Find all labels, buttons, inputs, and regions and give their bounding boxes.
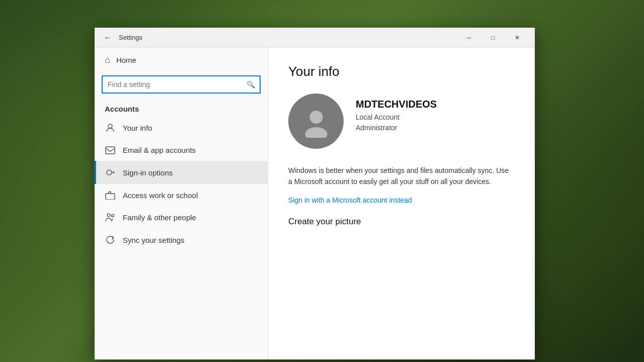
account-type-line1: Local Account: [356, 112, 437, 123]
search-input[interactable]: [103, 80, 242, 88]
nav-item-family-people[interactable]: Family & other people: [95, 206, 268, 228]
search-container: 🔍: [95, 72, 268, 101]
minimize-button[interactable]: ─: [457, 30, 480, 46]
username: MDTECHVIDEOS: [356, 99, 437, 110]
account-type-line2: Administrator: [356, 123, 437, 133]
nav-item-access-work[interactable]: Access work or school: [95, 184, 268, 206]
close-icon: ✕: [515, 34, 520, 41]
maximize-button[interactable]: □: [481, 30, 505, 46]
person-icon: [105, 123, 116, 133]
search-icon: 🔍: [242, 75, 260, 94]
svg-rect-1: [106, 147, 115, 154]
nav-label-your-info: Your info: [123, 124, 152, 132]
svg-point-4: [107, 214, 110, 217]
right-panel: Your info MDTECHVIDEOS Local Account Adm…: [268, 48, 535, 359]
svg-point-7: [305, 127, 327, 138]
avatar-image: [300, 105, 333, 138]
back-button[interactable]: ←: [101, 31, 115, 45]
create-picture-heading: Create your picture: [288, 217, 515, 227]
nav-item-email-accounts[interactable]: Email & app accounts: [95, 139, 268, 161]
sync-icon: [105, 235, 116, 245]
email-icon: [105, 146, 116, 154]
nav-label-sign-in-options: Sign-in options: [123, 168, 173, 177]
sidebar: ⌂ Home 🔍 Accounts Yo: [95, 48, 268, 359]
close-button[interactable]: ✕: [506, 30, 529, 46]
home-icon: ⌂: [105, 55, 110, 65]
sidebar-home-item[interactable]: ⌂ Home: [95, 48, 268, 72]
sync-description: Windows is better when your settings and…: [288, 165, 510, 188]
svg-point-0: [108, 124, 112, 128]
accounts-section-heading: Accounts: [95, 101, 268, 116]
avatar-section: MDTECHVIDEOS Local Account Administrator: [288, 94, 515, 149]
svg-point-5: [112, 215, 114, 217]
minimize-icon: ─: [467, 34, 471, 41]
key-icon: [105, 167, 116, 177]
window-content: ⌂ Home 🔍 Accounts Yo: [95, 48, 535, 359]
user-info: MDTECHVIDEOS Local Account Administrator: [356, 99, 437, 133]
maximize-icon: □: [491, 34, 495, 41]
nav-item-sync-settings[interactable]: Sync your settings: [95, 228, 268, 251]
back-icon: ←: [104, 33, 112, 42]
svg-point-6: [309, 111, 323, 124]
svg-point-2: [107, 170, 112, 175]
nav-item-your-info[interactable]: Your info: [95, 116, 268, 139]
nav-label-access-work: Access work or school: [123, 191, 198, 200]
avatar: [288, 94, 344, 149]
page-title: Your info: [288, 64, 515, 79]
home-label: Home: [116, 56, 136, 64]
nav-label-email-accounts: Email & app accounts: [123, 146, 196, 154]
svg-rect-3: [106, 194, 115, 200]
settings-window: ← Settings ─ □ ✕ ⌂ Home: [95, 28, 535, 359]
microsoft-account-link[interactable]: Sign in with a Microsoft account instead: [288, 196, 412, 204]
nav-label-family-people: Family & other people: [123, 213, 196, 222]
family-icon: [105, 213, 116, 222]
nav-label-sync-settings: Sync your settings: [123, 236, 185, 244]
titlebar: ← Settings ─ □ ✕: [95, 28, 535, 48]
search-box: 🔍: [102, 75, 261, 94]
window-controls: ─ □ ✕: [457, 30, 529, 46]
nav-item-sign-in-options[interactable]: Sign-in options: [95, 161, 268, 184]
briefcase-icon: [105, 191, 116, 200]
window-title: Settings: [119, 34, 142, 41]
